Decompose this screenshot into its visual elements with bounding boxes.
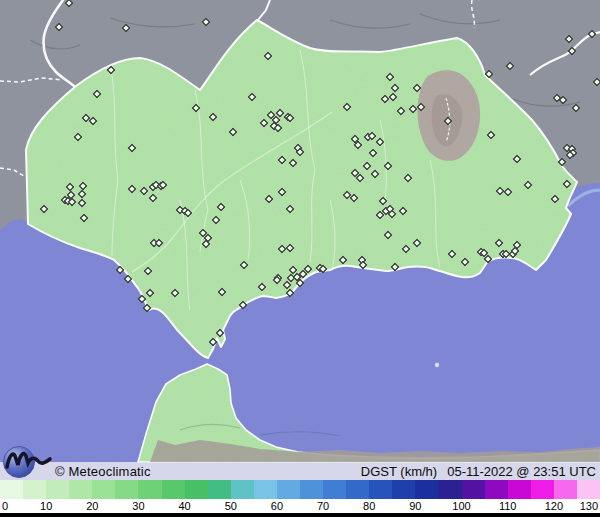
station-marker[interactable] bbox=[78, 199, 86, 207]
station-marker[interactable] bbox=[138, 295, 146, 303]
station-marker[interactable] bbox=[89, 117, 97, 125]
station-marker[interactable] bbox=[202, 18, 210, 26]
station-marker[interactable] bbox=[260, 119, 268, 127]
station-marker[interactable] bbox=[568, 47, 576, 55]
station-marker[interactable] bbox=[124, 275, 132, 283]
station-marker[interactable] bbox=[376, 138, 384, 146]
station-marker[interactable] bbox=[258, 283, 266, 291]
station-marker[interactable] bbox=[240, 261, 248, 269]
station-marker[interactable] bbox=[116, 266, 124, 274]
station-marker[interactable] bbox=[384, 231, 392, 239]
station-marker[interactable] bbox=[487, 131, 495, 139]
station-marker[interactable] bbox=[391, 263, 399, 271]
station-marker[interactable] bbox=[128, 185, 136, 193]
meteoclimatic-logo[interactable] bbox=[2, 443, 56, 483]
station-marker[interactable] bbox=[389, 93, 397, 101]
station-marker[interactable] bbox=[209, 113, 217, 121]
station-marker[interactable] bbox=[563, 180, 571, 188]
station-marker[interactable] bbox=[286, 205, 294, 213]
station-marker[interactable] bbox=[55, 23, 63, 31]
station-marker[interactable] bbox=[448, 250, 456, 258]
station-marker[interactable] bbox=[386, 73, 394, 81]
station-marker[interactable] bbox=[79, 182, 87, 190]
station-marker[interactable] bbox=[140, 187, 148, 195]
station-marker[interactable] bbox=[565, 35, 573, 43]
station-marker[interactable] bbox=[484, 255, 492, 263]
station-marker[interactable] bbox=[278, 188, 286, 196]
station-marker[interactable] bbox=[216, 329, 224, 337]
station-marker[interactable] bbox=[363, 162, 371, 170]
legend-ticks: 0102030405060708090100110120130 bbox=[0, 499, 600, 513]
station-marker[interactable] bbox=[128, 144, 136, 152]
station-marker[interactable] bbox=[417, 103, 425, 111]
legend-color-cell bbox=[46, 480, 69, 499]
station-marker[interactable] bbox=[504, 188, 512, 196]
station-marker[interactable] bbox=[278, 156, 286, 164]
station-marker[interactable] bbox=[144, 267, 152, 275]
station-marker[interactable] bbox=[404, 174, 412, 182]
station-marker[interactable] bbox=[391, 84, 399, 92]
station-marker[interactable] bbox=[289, 159, 297, 167]
station-marker[interactable] bbox=[155, 239, 163, 247]
station-marker[interactable] bbox=[217, 203, 225, 211]
station-marker[interactable] bbox=[218, 288, 226, 296]
station-marker[interactable] bbox=[184, 209, 192, 217]
legend-color-cell bbox=[508, 480, 531, 499]
station-marker[interactable] bbox=[143, 304, 151, 312]
station-marker[interactable] bbox=[107, 66, 115, 74]
station-marker[interactable] bbox=[559, 96, 567, 104]
station-marker[interactable] bbox=[248, 93, 256, 101]
station-marker[interactable] bbox=[93, 90, 101, 98]
station-marker[interactable] bbox=[506, 62, 514, 70]
station-marker[interactable] bbox=[384, 162, 392, 170]
station-marker[interactable] bbox=[149, 194, 157, 202]
station-marker[interactable] bbox=[402, 245, 410, 253]
station-marker[interactable] bbox=[371, 170, 379, 178]
station-marker[interactable] bbox=[551, 195, 559, 203]
station-marker[interactable] bbox=[461, 258, 469, 266]
station-marker[interactable] bbox=[296, 279, 304, 287]
station-marker[interactable] bbox=[369, 149, 377, 157]
station-marker[interactable] bbox=[354, 141, 362, 149]
station-marker[interactable] bbox=[212, 216, 220, 224]
station-marker[interactable] bbox=[65, 0, 73, 7]
station-marker[interactable] bbox=[296, 148, 304, 156]
station-marker[interactable] bbox=[274, 124, 282, 132]
station-marker[interactable] bbox=[388, 210, 396, 218]
station-marker[interactable] bbox=[524, 181, 532, 189]
station-marker[interactable] bbox=[286, 244, 294, 252]
station-marker[interactable] bbox=[485, 70, 493, 78]
station-marker[interactable] bbox=[146, 289, 154, 297]
station-marker[interactable] bbox=[359, 261, 367, 269]
station-marker[interactable] bbox=[343, 103, 351, 111]
station-marker[interactable] bbox=[444, 117, 452, 125]
station-marker[interactable] bbox=[397, 107, 405, 115]
station-marker[interactable] bbox=[379, 197, 387, 205]
station-marker[interactable] bbox=[68, 198, 76, 206]
station-marker[interactable] bbox=[339, 256, 347, 264]
station-marker[interactable] bbox=[209, 338, 217, 346]
station-marker[interactable] bbox=[399, 207, 407, 215]
station-marker[interactable] bbox=[122, 24, 130, 32]
station-marker[interactable] bbox=[74, 133, 82, 141]
station-marker[interactable] bbox=[513, 155, 521, 163]
station-marker[interactable] bbox=[278, 245, 286, 253]
station-marker[interactable] bbox=[350, 194, 358, 202]
station-marker[interactable] bbox=[495, 239, 503, 247]
station-marker[interactable] bbox=[264, 52, 272, 60]
station-marker[interactable] bbox=[413, 239, 421, 247]
station-marker[interactable] bbox=[265, 195, 273, 203]
station-marker[interactable] bbox=[192, 104, 200, 112]
station-marker[interactable] bbox=[40, 205, 48, 213]
station-marker[interactable] bbox=[171, 289, 179, 297]
station-marker[interactable] bbox=[229, 128, 237, 136]
station-marker[interactable] bbox=[286, 289, 294, 297]
station-marker[interactable] bbox=[78, 190, 86, 198]
station-marker[interactable] bbox=[593, 78, 600, 86]
station-marker[interactable] bbox=[239, 301, 247, 309]
station-marker[interactable] bbox=[588, 30, 596, 38]
station-marker[interactable] bbox=[80, 214, 88, 222]
station-marker[interactable] bbox=[558, 158, 566, 166]
station-marker[interactable] bbox=[413, 84, 421, 92]
station-marker[interactable] bbox=[572, 104, 580, 112]
